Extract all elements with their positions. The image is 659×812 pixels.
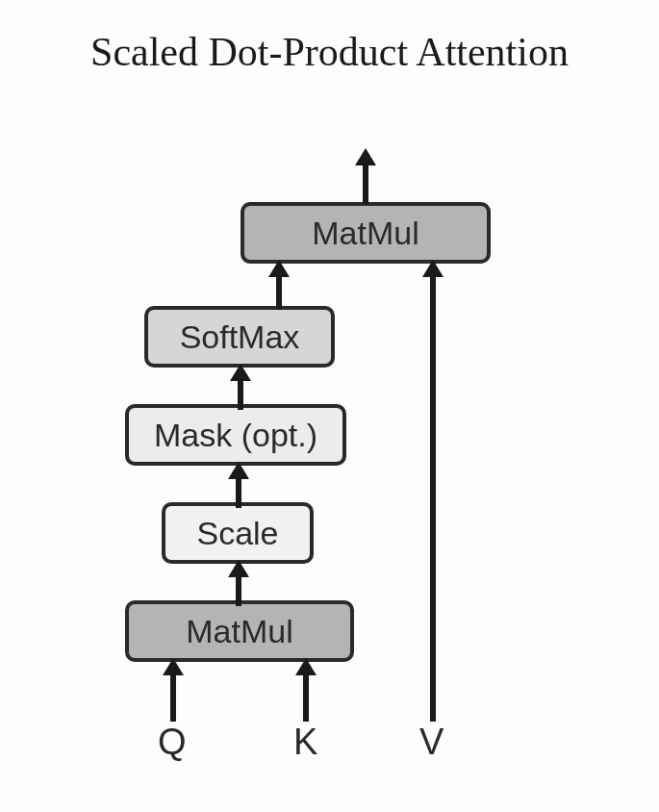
block-label: Mask (opt.) (154, 417, 317, 454)
block-label: SoftMax (180, 318, 300, 356)
block-matmul-top: MatMul (241, 202, 491, 264)
diagram-title: Scaled Dot-Product Attention (0, 29, 659, 75)
block-softmax: SoftMax (144, 306, 335, 368)
block-mask: Mask (opt.) (125, 404, 346, 466)
block-label: MatMul (186, 613, 292, 650)
input-q-label: Q (158, 722, 187, 763)
input-k-label: K (293, 722, 317, 763)
block-label: Scale (196, 515, 278, 552)
attention-diagram: MatMul SoftMax Mask (opt.) Scale MatMul … (0, 135, 659, 812)
block-matmul-bottom: MatMul (125, 600, 354, 662)
input-v-label: V (419, 722, 444, 763)
block-label: MatMul (312, 215, 418, 252)
block-scale: Scale (162, 502, 314, 564)
